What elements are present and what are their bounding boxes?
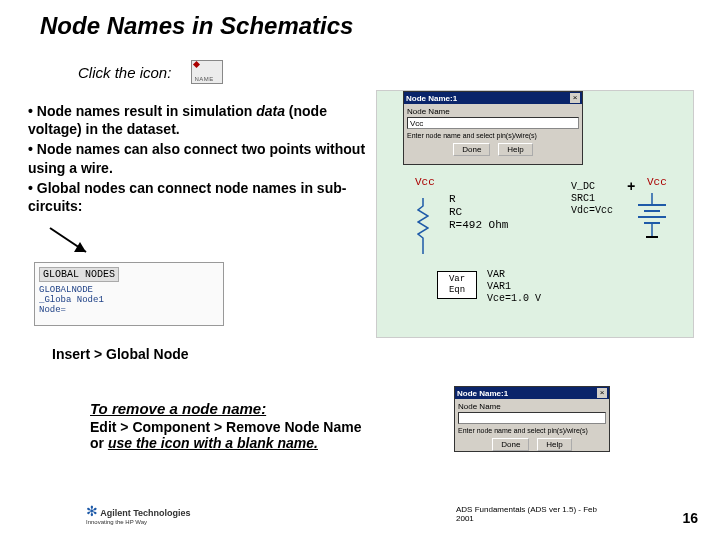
- remove-alt: or use the icon with a blank name.: [90, 435, 362, 451]
- spark-icon: ✻: [86, 503, 98, 519]
- node-name-label: Node Name: [458, 402, 606, 411]
- var-params: VAR VAR1 Vce=1.0 V: [487, 269, 541, 305]
- resistor-icon: [417, 198, 429, 254]
- done-button[interactable]: Done: [453, 143, 490, 156]
- dialog-title: Node Name:1: [457, 389, 508, 398]
- dialog-title: Node Name:1: [406, 94, 457, 103]
- remove-menu-path: Edit > Component > Remove Node Name: [90, 419, 362, 435]
- node-name-input[interactable]: Vcc: [407, 117, 579, 129]
- dialog-titlebar: Node Name:1 ×: [455, 387, 609, 399]
- remove-heading: To remove a node name:: [90, 400, 362, 417]
- bullet-1: • Node names result in simulation data (…: [28, 102, 368, 138]
- node-name-label: Node Name: [407, 107, 579, 116]
- dialog-titlebar: Node Name:1 ×: [404, 92, 582, 104]
- node-name-input-blank[interactable]: [458, 412, 606, 424]
- bullet-3: • Global nodes can connect node names in…: [28, 179, 368, 215]
- click-icon-line: Click the icon: NAME: [78, 60, 223, 84]
- dialog-instruction: Enter node name and select pin(s)/wire(s…: [458, 427, 606, 434]
- schematic-area: Node Name:1 × Node Name Vcc Enter node n…: [376, 90, 694, 338]
- footer-text: ADS Fundamentals (ADS ver 1.5) - Feb 200…: [456, 506, 616, 524]
- vdc-params: V_DC SRC1 Vdc=Vcc: [571, 181, 613, 217]
- remove-node-section: To remove a node name: Edit > Component …: [90, 400, 362, 451]
- global-nodes-header: GLOBAL NODES: [39, 267, 119, 282]
- insert-menu-path: Insert > Global Node: [52, 346, 189, 362]
- done-button[interactable]: Done: [492, 438, 529, 451]
- help-button[interactable]: Help: [537, 438, 571, 451]
- var-eqn-component: VarEqn: [437, 271, 477, 299]
- svg-marker-1: [74, 242, 86, 252]
- slide-title: Node Names in Schematics: [40, 12, 353, 40]
- node-name-dialog-1: Node Name:1 × Node Name Vcc Enter node n…: [403, 91, 583, 165]
- page-number: 16: [682, 510, 698, 526]
- click-icon-text: Click the icon:: [78, 64, 171, 81]
- bullet-2: • Node names can also connect two points…: [28, 140, 368, 176]
- arrow-icon: [40, 222, 100, 262]
- node-label-vcc-left: Vcc: [415, 176, 435, 188]
- name-tool-icon[interactable]: NAME: [191, 60, 223, 84]
- dc-source-icon: [635, 193, 669, 243]
- bullet-list: • Node names result in simulation data (…: [28, 102, 368, 217]
- dialog-instruction: Enter node name and select pin(s)/wire(s…: [407, 132, 579, 139]
- node-name-dialog-2: Node Name:1 × Node Name Enter node name …: [454, 386, 610, 452]
- node-label-vcc-right: Vcc: [647, 176, 667, 188]
- close-icon[interactable]: ×: [597, 388, 607, 398]
- agilent-logo: ✻ Agilent Technologies Innovating the HP…: [86, 504, 191, 526]
- help-button[interactable]: Help: [498, 143, 532, 156]
- close-icon[interactable]: ×: [570, 93, 580, 103]
- global-nodes-component: GLOBAL NODES GLOBALNODE _Globa Node1 Nod…: [34, 262, 224, 326]
- resistor-params: R RC R=492 Ohm: [449, 193, 508, 233]
